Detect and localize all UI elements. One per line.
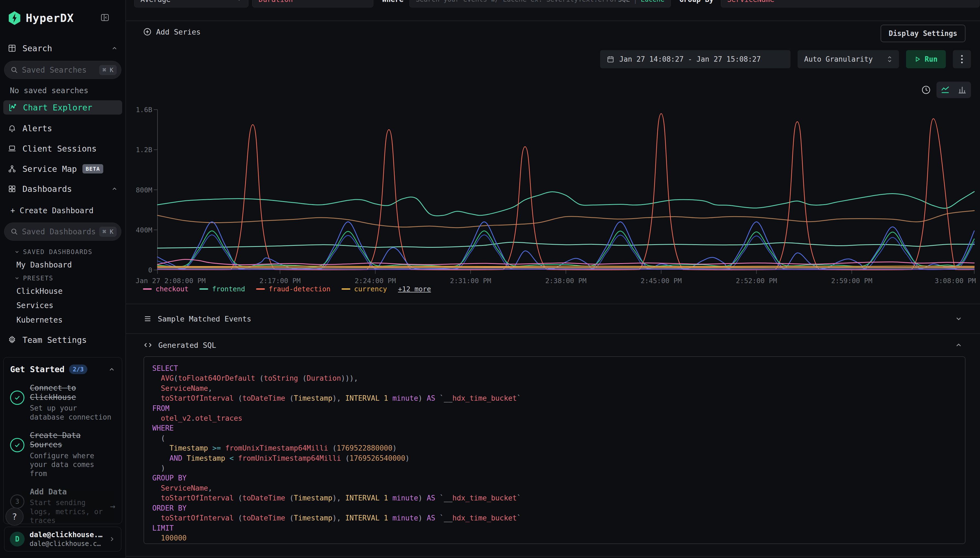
sample-matched-events-section[interactable]: Sample Matched Events (126, 304, 980, 333)
table-icon (8, 44, 16, 53)
legend-label: checkout (155, 285, 188, 293)
avatar: D (10, 532, 25, 547)
series-currency (157, 266, 974, 267)
sidebar-item-label: Dashboards (23, 184, 72, 194)
logo-row: HyperDX (0, 10, 126, 26)
group-by-label: Group By (679, 0, 713, 7)
sidebar-item-services[interactable]: Services (16, 301, 53, 310)
no-saved-searches-text: No saved searches (10, 86, 88, 95)
line-chart-toggle[interactable] (939, 84, 951, 96)
user-account-button[interactable]: D dale@clickhouse.… dale@clickhouse.c… (4, 527, 121, 551)
timeseries-chart[interactable]: 0400M800M1.2B1.6BJan 27 2:08:00 PM2:17:0… (126, 105, 980, 286)
sidebar-item-client-sessions[interactable]: Client Sessions (0, 141, 126, 156)
x-tick-label: 2:59:00 PM (831, 277, 872, 285)
legend-item-frontend[interactable]: frontend (200, 285, 245, 293)
sql-line: AND Timestamp < fromUnixTimestamp64Milli… (152, 453, 957, 463)
chart-type-tools (921, 82, 971, 98)
select-chevrons-icon (887, 55, 892, 63)
sidebar-item-kubernetes[interactable]: Kubernetes (16, 315, 63, 325)
legend-label: fraud-detection (269, 285, 330, 293)
get-started-panel: Get Started 2/3 Connect to ClickHouse Se… (3, 357, 122, 524)
search-input[interactable]: Search your events w/ Lucene ex: Severit… (409, 0, 671, 7)
sidebar-item-team-settings[interactable]: Team Settings (0, 333, 126, 347)
sidebar-item-dashboards[interactable]: Dashboards (0, 182, 126, 196)
sql-toggle[interactable]: SQL (618, 0, 630, 3)
sidebar-collapse-icon[interactable] (100, 13, 110, 23)
sql-line: toStartOfInterval (toDateTime (Timestamp… (152, 393, 957, 403)
beta-badge: BETA (82, 164, 103, 174)
y-tick-label: 400M (136, 226, 152, 234)
help-button[interactable]: ? (5, 507, 24, 526)
presets-header[interactable]: PRESETS (0, 275, 126, 282)
y-tick-label: 800M (136, 186, 152, 194)
get-started-item-add-data[interactable]: 3 Add Data Start sending logs, metrics, … (10, 487, 115, 524)
sidebar-item-label: Search (23, 44, 52, 53)
more-options-button[interactable] (953, 50, 971, 68)
sidebar-item-search[interactable]: Search (0, 41, 126, 55)
play-icon (914, 56, 921, 62)
check-circle-icon (10, 438, 25, 452)
legend-item-checkout[interactable]: checkout (143, 285, 188, 293)
lucene-toggle[interactable]: Lucene (641, 0, 664, 3)
create-dashboard-button[interactable]: + Create Dashboard (10, 206, 93, 215)
x-tick-label: 2:52:00 PM (736, 277, 777, 285)
sql-line: ServiceName, (152, 383, 957, 393)
hyperdx-logo-icon (8, 11, 21, 25)
step-title: Connect to ClickHouse (30, 383, 112, 402)
step-desc: Start sending logs, metrics, or traces (30, 498, 110, 524)
sidebar-item-chart-explorer[interactable]: Chart Explorer (3, 100, 122, 115)
x-tick-label: 3:08:00 PM (934, 277, 976, 285)
display-settings-button[interactable]: Display Settings (880, 25, 965, 42)
group-by-input[interactable]: ServiceName (721, 0, 980, 7)
search-icon (10, 66, 18, 74)
sidebar-item-clickhouse[interactable]: ClickHouse (16, 287, 63, 296)
sidebar-item-alerts[interactable]: Alerts (0, 121, 126, 135)
user-email: dale@clickhouse.c… (29, 540, 102, 548)
legend-item-fraud-detection[interactable]: fraud-detection (256, 285, 330, 293)
calendar-icon (607, 55, 614, 63)
granularity-value: Auto Granularity (804, 55, 873, 63)
chevron-up-icon (111, 45, 118, 51)
sql-line: LIMIT (152, 523, 957, 533)
divider (126, 556, 980, 556)
legend-more-link[interactable]: +12 more (398, 285, 431, 293)
sql-line: WHERE (152, 423, 957, 433)
saved-dashboards-input[interactable]: Saved Dashboards ⌘ K (4, 223, 121, 241)
sql-line: GROUP BY (152, 473, 957, 483)
date-range-picker[interactable]: Jan 27 14:08:27 - Jan 27 15:08:27 (600, 50, 790, 68)
chevron-up-icon[interactable] (108, 366, 115, 373)
legend-swatch (200, 288, 208, 290)
clock-icon[interactable] (921, 85, 931, 95)
x-tick-label: 2:45:00 PM (641, 277, 682, 285)
legend-label: frontend (212, 285, 245, 293)
granularity-select[interactable]: Auto Granularity (798, 50, 899, 68)
sql-line: toStartOfInterval (toDateTime (Timestamp… (152, 513, 957, 523)
chevron-down-icon (14, 276, 20, 281)
sidebar-item-my-dashboard[interactable]: My Dashboard (16, 260, 72, 269)
series-series-emerald (157, 231, 974, 267)
sql-line: ( (152, 433, 957, 443)
saved-searches-input[interactable]: Saved Searches ⌘ K (4, 61, 121, 79)
field-input[interactable]: Duration (252, 0, 373, 7)
get-started-item-connect[interactable]: Connect to ClickHouse Set up your databa… (10, 383, 115, 422)
step-title: Add Data (30, 487, 110, 497)
generated-sql-code[interactable]: SELECT AVG(toFloat64OrDefault (toString … (144, 356, 965, 544)
aggregation-select[interactable]: Average (134, 0, 249, 7)
x-tick-label: 2:31:00 PM (450, 277, 491, 285)
add-series-button[interactable]: Add Series (143, 28, 201, 36)
code-icon (144, 341, 152, 350)
saved-dashboards-header[interactable]: SAVED DASHBOARDS (0, 248, 126, 255)
get-started-item-sources[interactable]: Create Data Sources Configure where your… (10, 431, 115, 478)
sidebar-item-service-map[interactable]: Service Map BETA (0, 162, 126, 176)
chevron-up-icon (111, 185, 118, 192)
app-title: HyperDX (26, 12, 74, 25)
step-title: Create Data Sources (30, 431, 112, 450)
line-chart-icon (8, 103, 17, 112)
step-desc: Set up your database connection (30, 404, 112, 422)
query-bar: Average Duration Where Search your event… (126, 0, 980, 7)
get-started-title: Get Started (10, 364, 65, 374)
generated-sql-section[interactable]: Generated SQL (126, 333, 980, 356)
legend-item-currency[interactable]: currency (342, 285, 387, 293)
bar-chart-toggle[interactable] (956, 84, 968, 96)
run-button[interactable]: Run (906, 50, 946, 68)
